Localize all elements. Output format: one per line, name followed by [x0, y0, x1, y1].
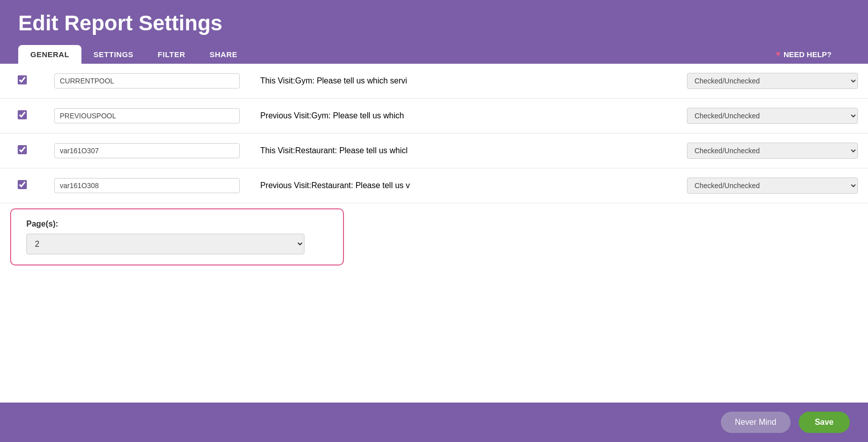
header: Edit Report Settings GENERAL SETTINGS FI… — [0, 0, 868, 64]
pages-section: Page(s): 12345 — [10, 208, 344, 266]
row-type-cell: Checked/Unchecked — [677, 64, 868, 99]
row-description: This Visit:Restaurant: Please tell us wh… — [260, 146, 407, 155]
tab-filter[interactable]: FILTER — [146, 45, 197, 64]
row-type-cell: Checked/Unchecked — [677, 99, 868, 134]
row-type-select[interactable]: Checked/Unchecked — [687, 108, 858, 124]
row-name-input[interactable] — [54, 143, 240, 158]
main-content: This Visit:Gym: Please tell us which ser… — [0, 64, 868, 403]
page-title: Edit Report Settings — [18, 11, 850, 35]
need-help-button[interactable]: ♥ NEED HELP? — [757, 45, 850, 64]
heart-icon: ♥ — [775, 50, 780, 59]
row-description: Previous Visit:Restaurant: Please tell u… — [260, 181, 410, 190]
row-type-select[interactable]: Checked/Unchecked — [687, 143, 858, 159]
table-row: This Visit:Gym: Please tell us which ser… — [0, 64, 868, 99]
row-type-select[interactable]: Checked/Unchecked — [687, 73, 858, 89]
never-mind-button[interactable]: Never Mind — [721, 412, 791, 433]
row-description: Previous Visit:Gym: Please tell us which — [260, 111, 404, 120]
row-name-cell — [44, 64, 250, 99]
row-type-cell: Checked/Unchecked — [677, 134, 868, 168]
row-type-select[interactable]: Checked/Unchecked — [687, 178, 858, 194]
row-check-cell — [0, 134, 44, 168]
row-check-cell — [0, 99, 44, 134]
row-desc-cell: This Visit:Gym: Please tell us which ser… — [250, 64, 676, 99]
row-description: This Visit:Gym: Please tell us which ser… — [260, 76, 407, 85]
row-name-input[interactable] — [54, 108, 240, 123]
row-name-cell — [44, 134, 250, 168]
table-row: Previous Visit:Restaurant: Please tell u… — [0, 168, 868, 203]
row-name-cell — [44, 168, 250, 203]
tab-general[interactable]: GENERAL — [18, 45, 81, 64]
row-checkbox[interactable] — [18, 145, 27, 154]
table-row: Previous Visit:Gym: Please tell us which… — [0, 99, 868, 134]
row-name-cell — [44, 99, 250, 134]
row-checkbox[interactable] — [18, 75, 27, 84]
tabs-bar: GENERAL SETTINGS FILTER SHARE ♥ NEED HEL… — [18, 45, 850, 64]
tab-settings[interactable]: SETTINGS — [81, 45, 146, 64]
row-desc-cell: Previous Visit:Gym: Please tell us which — [250, 99, 676, 134]
row-checkbox[interactable] — [18, 180, 27, 189]
row-check-cell — [0, 64, 44, 99]
footer: Never Mind Save — [0, 403, 868, 442]
pages-select[interactable]: 12345 — [26, 234, 305, 254]
pages-label: Page(s): — [26, 219, 328, 229]
row-desc-cell: This Visit:Restaurant: Please tell us wh… — [250, 134, 676, 168]
row-check-cell — [0, 168, 44, 203]
row-type-cell: Checked/Unchecked — [677, 168, 868, 203]
row-name-input[interactable] — [54, 73, 240, 89]
tab-share[interactable]: SHARE — [197, 45, 249, 64]
save-button[interactable]: Save — [799, 412, 850, 433]
row-checkbox[interactable] — [18, 110, 27, 119]
need-help-label: NEED HELP? — [784, 50, 832, 59]
data-table: This Visit:Gym: Please tell us which ser… — [0, 64, 868, 203]
row-desc-cell: Previous Visit:Restaurant: Please tell u… — [250, 168, 676, 203]
row-name-input[interactable] — [54, 178, 240, 193]
table-row: This Visit:Restaurant: Please tell us wh… — [0, 134, 868, 168]
